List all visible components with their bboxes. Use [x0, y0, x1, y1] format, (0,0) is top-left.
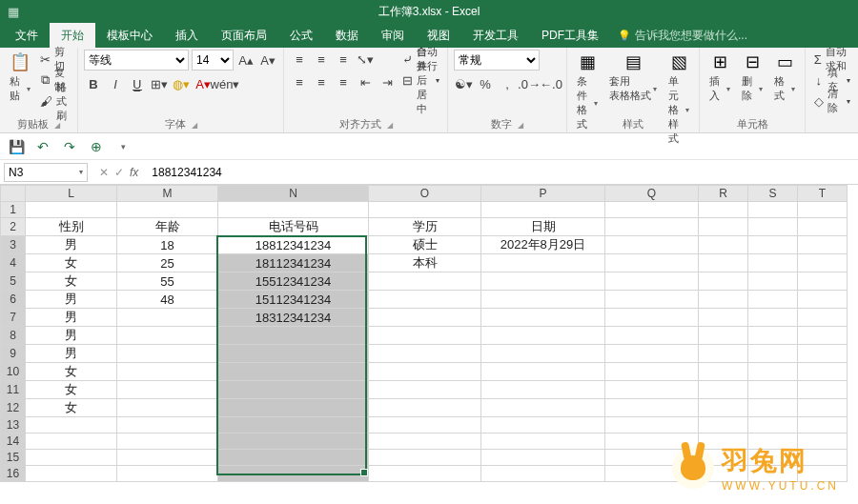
- cell-Q10[interactable]: [605, 363, 699, 381]
- cell-N7[interactable]: 18312341234: [218, 309, 369, 327]
- cell-M9[interactable]: [117, 345, 218, 363]
- cell-R6[interactable]: [699, 291, 748, 309]
- cell-S9[interactable]: [748, 345, 798, 363]
- cell-R5[interactable]: [699, 272, 748, 291]
- cell-Q8[interactable]: [605, 327, 699, 345]
- cell-Q2[interactable]: [605, 218, 699, 236]
- cell-O13[interactable]: [369, 417, 481, 433]
- formula-input[interactable]: 18812341234: [146, 166, 858, 179]
- cell-P8[interactable]: [481, 327, 605, 345]
- row-header-2[interactable]: 2: [1, 218, 26, 236]
- cell-M6[interactable]: 48: [117, 291, 218, 309]
- cell-S1[interactable]: [748, 202, 798, 218]
- col-header-R[interactable]: R: [699, 186, 748, 202]
- cell-N15[interactable]: [218, 450, 369, 466]
- tab-file[interactable]: 文件: [4, 23, 50, 48]
- row-header-16[interactable]: 16: [1, 466, 26, 482]
- cell-L4[interactable]: 女: [26, 254, 117, 272]
- cell-R9[interactable]: [699, 345, 748, 363]
- cell-P6[interactable]: [481, 291, 605, 309]
- increase-decimal-icon[interactable]: .0→: [520, 74, 539, 93]
- cell-S11[interactable]: [748, 381, 798, 399]
- col-header-T[interactable]: T: [798, 186, 848, 202]
- cell-R13[interactable]: [699, 417, 748, 433]
- redo-icon[interactable]: ↷: [61, 138, 78, 155]
- cell-S4[interactable]: [748, 254, 798, 272]
- cell-L12[interactable]: 女: [26, 399, 117, 417]
- cell-L10[interactable]: 女: [26, 363, 117, 381]
- orientation-icon[interactable]: ⤡▾: [356, 50, 375, 69]
- cell-N6[interactable]: 15112341234: [218, 291, 369, 309]
- cell-M1[interactable]: [117, 202, 218, 218]
- cell-L7[interactable]: 男: [26, 309, 117, 327]
- row-header-14[interactable]: 14: [1, 433, 26, 450]
- cell-P14[interactable]: [481, 433, 605, 450]
- cell-L5[interactable]: 女: [26, 272, 117, 291]
- row-header-11[interactable]: 11: [1, 381, 26, 399]
- cell-R8[interactable]: [699, 327, 748, 345]
- cell-S5[interactable]: [748, 272, 798, 291]
- row-header-6[interactable]: 6: [1, 291, 26, 309]
- cell-T10[interactable]: [798, 363, 848, 381]
- merge-center-button[interactable]: ⊟合并后居中▾: [400, 71, 441, 90]
- cancel-formula-icon[interactable]: ✕: [99, 166, 109, 179]
- row-header-10[interactable]: 10: [1, 363, 26, 381]
- cell-M15[interactable]: [117, 450, 218, 466]
- cell-Q13[interactable]: [605, 417, 699, 433]
- cell-N3[interactable]: 18812341234: [218, 236, 369, 254]
- cell-O8[interactable]: [369, 327, 481, 345]
- row-header-7[interactable]: 7: [1, 309, 26, 327]
- cell-N1[interactable]: [218, 202, 369, 218]
- cell-P5[interactable]: [481, 272, 605, 291]
- cell-Q5[interactable]: [605, 272, 699, 291]
- cell-M14[interactable]: [117, 433, 218, 450]
- row-header-5[interactable]: 5: [1, 272, 26, 291]
- cell-S12[interactable]: [748, 399, 798, 417]
- cell-Q6[interactable]: [605, 291, 699, 309]
- cell-Q9[interactable]: [605, 345, 699, 363]
- cell-N5[interactable]: 15512341234: [218, 272, 369, 291]
- cell-N13[interactable]: [218, 417, 369, 433]
- border-button[interactable]: ⊞▾: [150, 74, 169, 93]
- cell-P1[interactable]: [481, 202, 605, 218]
- align-center-icon[interactable]: ≡: [312, 72, 331, 91]
- col-header-O[interactable]: O: [369, 186, 481, 202]
- cell-P2[interactable]: 日期: [481, 218, 605, 236]
- cell-O11[interactable]: [369, 381, 481, 399]
- col-header-S[interactable]: S: [748, 186, 798, 202]
- cell-P13[interactable]: [481, 417, 605, 433]
- col-header-N[interactable]: N: [218, 186, 369, 202]
- decrease-decimal-icon[interactable]: ←.0: [541, 74, 561, 93]
- align-right-icon[interactable]: ≡: [334, 72, 353, 91]
- cell-T13[interactable]: [798, 417, 848, 433]
- cell-O12[interactable]: [369, 399, 481, 417]
- cell-O5[interactable]: [369, 272, 481, 291]
- cell-M8[interactable]: [117, 327, 218, 345]
- cell-N11[interactable]: [218, 381, 369, 399]
- col-header-M[interactable]: M: [117, 186, 218, 202]
- qat-customize-icon[interactable]: ▾: [114, 138, 132, 155]
- save-icon[interactable]: 💾: [8, 138, 25, 155]
- delete-cells-button[interactable]: ⊟删除: [738, 50, 766, 105]
- cell-P12[interactable]: [481, 399, 605, 417]
- cell-M5[interactable]: 55: [117, 272, 218, 291]
- tab-review[interactable]: 审阅: [370, 23, 416, 48]
- italic-button[interactable]: I: [106, 74, 125, 93]
- cell-L2[interactable]: 性别: [26, 218, 117, 236]
- cell-L13[interactable]: [26, 417, 117, 433]
- select-all-corner[interactable]: [1, 186, 26, 202]
- cell-P4[interactable]: [481, 254, 605, 272]
- tab-formulas[interactable]: 公式: [278, 23, 324, 48]
- cell-L14[interactable]: [26, 433, 117, 450]
- name-box[interactable]: N3: [4, 163, 88, 182]
- cell-L16[interactable]: [26, 466, 117, 482]
- cell-P11[interactable]: [481, 381, 605, 399]
- cell-O16[interactable]: [369, 466, 481, 482]
- currency-icon[interactable]: ☯▾: [454, 74, 473, 93]
- cell-O14[interactable]: [369, 433, 481, 450]
- format-cells-button[interactable]: ▭格式: [770, 50, 799, 105]
- col-header-L[interactable]: L: [26, 186, 117, 202]
- cell-R2[interactable]: [699, 218, 748, 236]
- font-dialog-launcher[interactable]: [188, 118, 197, 130]
- cell-T9[interactable]: [798, 345, 848, 363]
